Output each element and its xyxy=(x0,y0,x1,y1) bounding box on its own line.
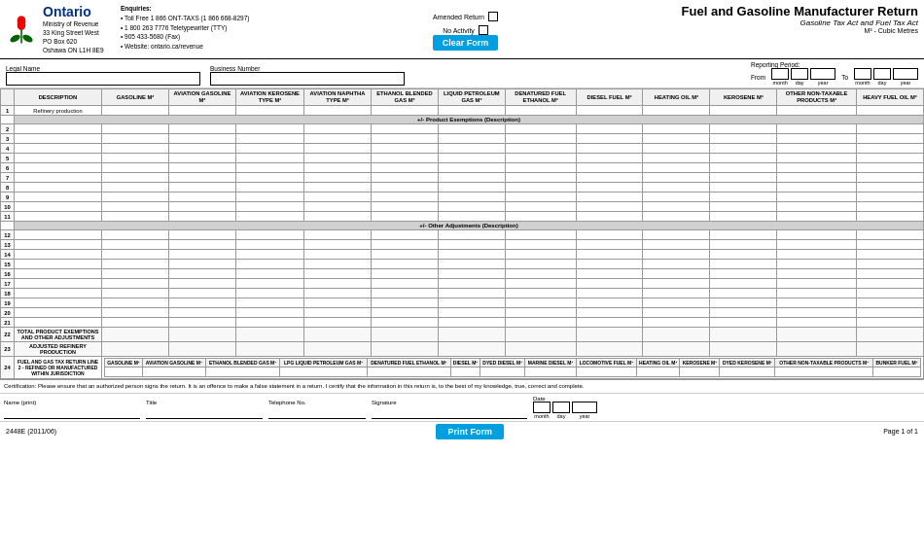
prod-gasoline-input[interactable] xyxy=(105,368,143,377)
from-year-input[interactable] xyxy=(810,68,835,80)
to-year-input[interactable] xyxy=(893,68,918,80)
section-exemptions-row: +/- Product Exemptions (Description) xyxy=(1,116,924,124)
prod-loco-input[interactable] xyxy=(576,368,636,377)
form-subtitle: Gasoline Tax Act and Fuel Tax Act xyxy=(682,18,918,27)
clear-form-button[interactable]: Clear Form xyxy=(433,35,499,51)
form-title-area: Fuel and Gasoline Manufacturer Return Ga… xyxy=(682,4,918,54)
row22-label: TOTAL PRODUCT EXEMPTIONS AND OTHER ADJUS… xyxy=(15,328,102,342)
svg-point-5 xyxy=(21,33,34,44)
main-data-table: DESCRIPTION GASOLINE M³ AVIATION GASOLIN… xyxy=(0,88,924,379)
date-field: Date month day year xyxy=(533,396,597,419)
page-info: Page 1 of 1 xyxy=(883,428,918,435)
prod-dyedkero-input[interactable] xyxy=(720,368,775,377)
col-header-diesel: DIESEL FUEL M³ xyxy=(576,89,643,106)
prod-col-heat: HEATING OIL M³ xyxy=(636,359,680,368)
prod-col-bunker: BUNKER FUEL M³ xyxy=(872,359,920,368)
row1-ethanol[interactable] xyxy=(371,106,438,116)
title-input[interactable] xyxy=(146,405,263,419)
row1-gasoline[interactable] xyxy=(102,106,169,116)
name-print-input[interactable] xyxy=(4,405,140,419)
form-code: 2448E (2011/06) xyxy=(6,428,56,435)
table-row: 11 xyxy=(1,212,924,222)
table-row: 13 xyxy=(1,240,924,250)
sign-month-input[interactable] xyxy=(533,402,551,413)
row1-other[interactable] xyxy=(777,106,857,116)
row23-adjusted: 23 ADJUSTED REFINERY PRODUCTION xyxy=(1,342,924,357)
legal-name-input[interactable] xyxy=(6,72,200,86)
amended-return-checkbox[interactable] xyxy=(488,12,498,21)
row1-lpg[interactable] xyxy=(438,106,505,116)
table-row: 17 xyxy=(1,279,924,289)
address2: PO Box 620 xyxy=(43,37,104,46)
from-month-input[interactable] xyxy=(771,68,789,80)
prod-col-other: OTHER NON-TAXABLE PRODUCTS M³ xyxy=(775,359,873,368)
sign-year-input[interactable] xyxy=(572,402,597,413)
prod-marine-input[interactable] xyxy=(525,368,577,377)
prod-col-kero: KEROSENE M³ xyxy=(680,359,720,368)
prod-other-input[interactable] xyxy=(775,368,873,377)
prod-lpg-input[interactable] xyxy=(280,368,367,377)
row1-heavy[interactable] xyxy=(856,106,923,116)
table-row: 21 xyxy=(1,318,924,328)
prod-denatured-input[interactable] xyxy=(367,368,450,377)
table-row: 14 xyxy=(1,250,924,260)
prod-bunker-input[interactable] xyxy=(872,368,920,377)
signature-input[interactable] xyxy=(372,405,527,419)
legal-name-label: Legal Name xyxy=(6,65,200,72)
title-field: Title xyxy=(146,400,263,419)
table-row: 18 xyxy=(1,289,924,298)
prod-col-marine: MARINE DIESEL M³ xyxy=(525,359,577,368)
table-row: 9 xyxy=(1,192,924,202)
contact1: • Toll Free 1 866 ONT-TAXS (1 866 668-82… xyxy=(121,14,249,23)
signature-field: Signature xyxy=(372,400,527,419)
prod-ethblend-input[interactable] xyxy=(205,368,280,377)
prod-avngas-input[interactable] xyxy=(142,368,205,377)
to-month-input[interactable] xyxy=(854,68,871,80)
row1-denatured[interactable] xyxy=(505,106,576,116)
prod-heat-input[interactable] xyxy=(636,368,680,377)
table-row: 20 xyxy=(1,308,924,318)
from-day-input[interactable] xyxy=(791,68,808,80)
form-options: Amended Return No Activity Clear Form xyxy=(257,4,673,54)
no-activity-label: No Activity xyxy=(443,27,475,34)
section-exemptions-header: +/- Product Exemptions (Description) xyxy=(15,116,924,124)
no-activity-checkbox[interactable] xyxy=(479,25,488,35)
form-unit: M³ - Cubic Metres xyxy=(682,27,918,34)
col-header-heating-oil: HEATING OIL M³ xyxy=(643,89,710,106)
table-row: 6 xyxy=(1,163,924,173)
table-row: 16 xyxy=(1,269,924,279)
telephone-field: Telephone No. xyxy=(268,400,366,419)
prod-col-eth-blend: ETHANOL BLENDED GAS M³ xyxy=(205,359,280,368)
certification-text: Certification: Please ensure that an aut… xyxy=(0,379,924,392)
from-label: From xyxy=(751,74,765,81)
row1-heating[interactable] xyxy=(643,106,710,116)
table-row: 15 xyxy=(1,260,924,269)
print-form-button[interactable]: Print Form xyxy=(436,424,504,439)
prod-col-loco: LOCOMOTIVE FUEL M³ xyxy=(576,359,636,368)
to-day-input[interactable] xyxy=(873,68,891,80)
legal-name-group: Legal Name xyxy=(6,65,200,86)
table-row: 2 xyxy=(1,124,924,134)
ministry-name: Ministry of Revenue xyxy=(43,19,104,28)
business-number-group: Business Number xyxy=(210,65,405,86)
prod-dyeddiesel-input[interactable] xyxy=(480,368,524,377)
prod-col-denatured: DENATURED FUEL ETHANOL M³ xyxy=(367,359,450,368)
row1-aviation-kero[interactable] xyxy=(235,106,303,116)
contact2: • 1 800 263 7776 Teletypewriter (TTY) xyxy=(121,23,249,33)
prod-diesel-input[interactable] xyxy=(450,368,480,377)
row1-aviation-gas[interactable] xyxy=(168,106,235,116)
telephone-input[interactable] xyxy=(268,405,366,419)
row1-aviation-naph[interactable] xyxy=(304,106,372,116)
ontario-wordmark: Ontario Ministry of Revenue 33 King Stre… xyxy=(43,4,104,54)
col-header-aviation-naph: AVIATION NAPHTHA TYPE M³ xyxy=(304,89,372,106)
row1-description: Refinery production xyxy=(15,106,102,116)
row24-products: 24 FUEL AND GAS TAX RETURN LINE 2 - REFI… xyxy=(1,357,924,379)
row1-diesel[interactable] xyxy=(576,106,643,116)
row23-label: ADJUSTED REFINERY PRODUCTION xyxy=(15,342,102,357)
col-header-description: DESCRIPTION xyxy=(15,89,102,106)
row1-kerosene[interactable] xyxy=(710,106,777,116)
col-header-denatured: DENATURED FUEL ETHANOL M³ xyxy=(505,89,576,106)
prod-kero-input[interactable] xyxy=(680,368,720,377)
business-number-input[interactable] xyxy=(210,72,405,86)
sign-day-input[interactable] xyxy=(552,402,570,413)
